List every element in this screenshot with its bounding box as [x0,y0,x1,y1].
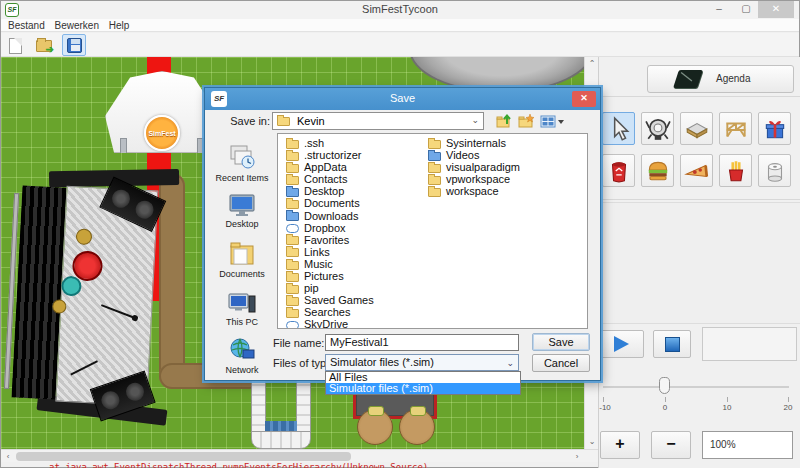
zoom-level-field[interactable]: 100% [702,431,793,459]
desktop-icon [227,192,257,218]
list-item[interactable]: visualparadigm [428,161,578,173]
up-one-level-icon [495,112,513,130]
list-item[interactable]: .structorizer [286,149,426,161]
up-one-level-button[interactable] [495,112,513,130]
list-item[interactable]: Desktop [286,185,426,197]
dialog-titlebar[interactable]: SF Save ✕ [205,88,600,110]
folder-icon [428,188,441,197]
place-this-pc[interactable]: This PC [213,290,271,327]
play-icon [614,336,629,352]
dropdown-option-simulator-files[interactable]: Simulator files (*.sim) [326,383,520,394]
tool-stage-piece[interactable] [680,112,713,145]
zoom-out-button[interactable]: − [651,431,691,459]
menu-bewerken[interactable]: Bewerken [54,19,98,32]
minimize-button[interactable]: – [707,1,731,18]
list-item[interactable]: workspace [428,185,578,197]
save-in-label: Save in: [226,115,270,127]
dialog-close-button[interactable]: ✕ [572,91,596,107]
desktop-icon [286,188,299,197]
scroll-left-icon[interactable]: ‹ [1,450,15,463]
open-file-button[interactable] [32,34,56,56]
folder-icon [277,117,290,126]
tool-gift[interactable] [758,112,791,145]
slider-track[interactable] [603,386,789,388]
tool-fries[interactable] [719,154,752,187]
menu-bestand[interactable]: Bestand [8,19,45,32]
play-button[interactable] [600,330,644,358]
list-item[interactable]: .ssh [286,137,426,149]
stop-button[interactable] [653,330,691,358]
view-menu-button[interactable] [539,112,565,130]
agenda-button[interactable]: Agenda [647,65,794,93]
maximize-button[interactable]: ▢ [734,1,758,18]
save-file-button[interactable] [62,34,86,56]
files-of-type-combobox[interactable]: Simulator files (*.sim) ⌄ [325,354,519,371]
list-item[interactable]: vpworkspace [428,173,578,185]
list-item[interactable]: Favorites [286,234,426,246]
stop-icon [665,337,680,352]
list-item[interactable]: Saved Games [286,294,426,306]
speed-slider[interactable]: -10 0 10 20 [599,375,800,425]
place-desktop[interactable]: Desktop [213,192,271,229]
cancel-button[interactable]: Cancel [532,354,590,372]
tool-toilet-paper[interactable] [758,154,791,187]
tool-select-cursor[interactable] [602,112,635,145]
place-recent-items[interactable]: Recent Items [213,142,271,183]
new-folder-button[interactable] [517,112,535,130]
downloads-icon [286,212,299,221]
tool-burger[interactable] [641,154,674,187]
scroll-up-icon[interactable]: ⌃ [585,57,599,71]
list-item[interactable]: Dropbox [286,222,426,234]
scroll-right-icon[interactable]: › [570,450,584,463]
menu-help[interactable]: Help [109,19,130,32]
list-item[interactable]: Links [286,246,426,258]
folder-icon [286,200,299,209]
slider-tick-label: 20 [784,403,793,412]
tool-spotlight[interactable] [641,112,674,145]
save-in-combobox[interactable]: Kevin ⌄ [272,112,484,130]
horizontal-scroll-thumb[interactable] [16,452,351,461]
new-file-button[interactable] [4,34,28,56]
list-item[interactable]: Documents [286,197,426,209]
list-item[interactable]: Music [286,258,426,270]
list-item[interactable]: Videos [428,149,578,161]
tool-truss[interactable] [719,112,752,145]
place-documents[interactable]: Documents [213,240,271,279]
select-cursor-icon [606,116,632,142]
side-panel: Agenda [598,57,800,468]
list-item[interactable]: Pictures [286,270,426,282]
close-button[interactable]: ✕ [758,1,794,18]
tent-leg [197,138,204,164]
list-item[interactable]: Contacts [286,173,426,185]
list-item[interactable]: Downloads [286,210,426,222]
folder-icon [286,164,299,173]
gift-icon [762,116,788,142]
plus-icon: + [601,435,639,453]
recent-items-icon [227,142,257,172]
slider-thumb[interactable] [659,377,670,394]
file-list[interactable]: .ssh .structorizer AppData Contacts Desk… [277,133,588,329]
file-name-input[interactable]: MyFestival1 [325,334,519,351]
documents-icon [227,240,257,268]
skydrive-icon [286,321,299,329]
list-item[interactable]: AppData [286,161,426,173]
file-list-column-1: .ssh .structorizer AppData Contacts Desk… [286,137,426,329]
scroll-down-icon[interactable]: ⌄ [585,435,599,449]
tool-trash-can[interactable] [602,154,635,187]
list-item[interactable]: Sysinternals [428,137,578,149]
saved-games-icon [286,297,299,306]
searches-icon [286,309,299,318]
tent-logo: SimFest [144,115,180,151]
folder-icon [286,285,299,294]
view-menu-icon [539,112,565,130]
place-network[interactable]: Network [213,336,271,375]
list-item[interactable]: pip [286,282,426,294]
list-item[interactable]: SkyDrive [286,318,426,329]
main-toolbar [1,33,799,57]
tool-pizza[interactable] [680,154,713,187]
file-type-dropdown: All Files Simulator files (*.sim) [325,371,521,395]
save-button[interactable]: Save [532,333,590,351]
list-item[interactable]: Searches [286,306,426,318]
zoom-in-button[interactable]: + [600,431,640,459]
map-horizontal-scrollbar[interactable]: ‹ › [1,449,598,462]
